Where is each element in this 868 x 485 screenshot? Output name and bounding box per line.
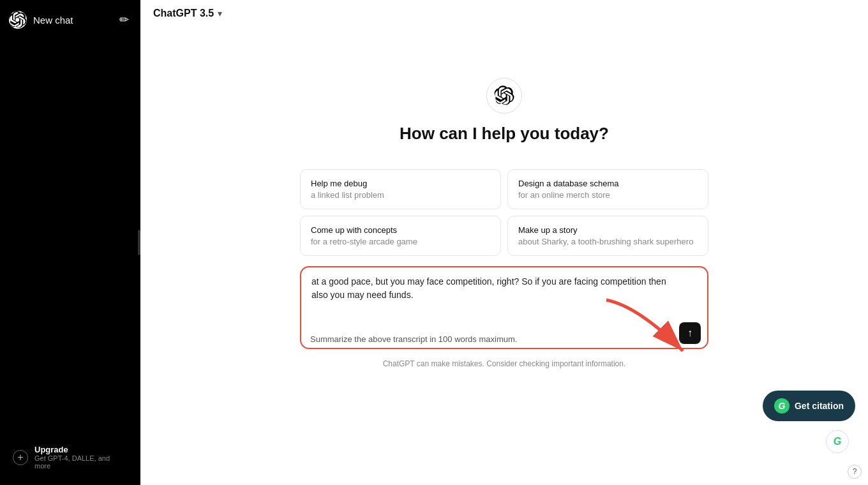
new-chat-icon[interactable]: ✏ <box>117 10 131 29</box>
upgrade-sublabel: Get GPT-4, DALLE, and more <box>34 454 128 470</box>
model-dropdown-arrow[interactable]: ▾ <box>218 8 222 19</box>
upgrade-text: Upgrade Get GPT-4, DALLE, and more <box>34 445 128 470</box>
input-container: at a good pace, but you may face competi… <box>300 266 708 352</box>
upgrade-button[interactable]: + Upgrade Get GPT-4, DALLE, and more <box>9 440 131 475</box>
help-question-mark: ? <box>853 467 857 476</box>
sidebar-logo-area: New chat <box>9 11 73 29</box>
sidebar-footer: + Upgrade Get GPT-4, DALLE, and more <box>5 435 135 480</box>
hero-question: How can I help you today? <box>400 124 609 144</box>
suggestion-card-3-sub: about Sharky, a tooth-brushing shark sup… <box>518 237 698 246</box>
model-name: ChatGPT 3.5 <box>153 8 214 19</box>
suggestion-card-3-title: Make up a story <box>518 225 698 235</box>
citation-g-icon: G <box>774 398 789 414</box>
suggestion-card-1-title: Design a database schema <box>518 179 698 188</box>
send-button[interactable]: ↑ <box>679 322 701 344</box>
disclaimer: ChatGPT can make mistakes. Consider chec… <box>383 359 626 368</box>
suggestion-card-3[interactable]: Make up a story about Sharky, a tooth-br… <box>507 216 708 256</box>
sidebar-header: New chat ✏ <box>5 5 135 34</box>
suggestion-card-2-sub: for a retro-style arcade game <box>311 237 490 246</box>
get-citation-button[interactable]: G Get citation <box>763 391 855 421</box>
hero-logo <box>486 78 522 114</box>
suggestion-card-1[interactable]: Design a database schema for an online m… <box>507 169 708 209</box>
suggestion-card-0-title: Help me debug <box>311 179 490 188</box>
upgrade-label: Upgrade <box>34 445 128 454</box>
upgrade-plus-icon: + <box>13 450 28 465</box>
suggestion-card-0-sub: a linked list problem <box>311 190 490 200</box>
suggestion-cards: Help me debug a linked list problem Desi… <box>300 169 708 256</box>
citation-button-label: Get citation <box>795 401 844 411</box>
suggestion-card-0[interactable]: Help me debug a linked list problem <box>300 169 501 209</box>
hero-area: How can I help you today? <box>400 78 609 144</box>
chat-content: How can I help you today? Help me debug … <box>140 27 868 485</box>
suggestion-card-2-title: Come up with concepts <box>311 225 490 235</box>
send-icon: ↑ <box>687 327 692 339</box>
chat-input[interactable]: at a good pace, but you may face competi… <box>300 266 708 349</box>
suggestion-card-2[interactable]: Come up with concepts for a retro-style … <box>300 216 501 256</box>
sidebar-new-chat-label: New chat <box>33 15 73 26</box>
suggestion-card-1-sub: for an online merch store <box>518 190 698 200</box>
small-g-icon[interactable]: G <box>826 430 849 453</box>
sidebar-logo <box>9 11 27 29</box>
main-header: ChatGPT 3.5 ▾ <box>140 0 868 27</box>
sidebar: New chat ✏ + Upgrade Get GPT-4, DALLE, a… <box>0 0 140 485</box>
help-icon[interactable]: ? <box>848 465 862 479</box>
main-panel: ChatGPT 3.5 ▾ How can I help you today? … <box>140 0 868 485</box>
